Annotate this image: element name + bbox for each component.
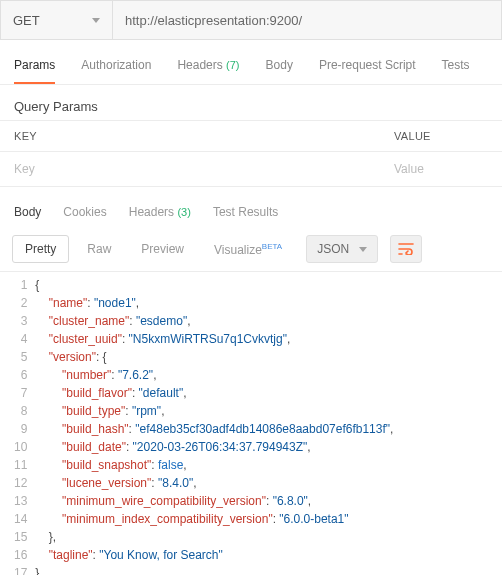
request-bar: GET http://elasticpresentation:9200/ xyxy=(0,0,502,40)
view-pretty[interactable]: Pretty xyxy=(12,235,69,263)
tab-headers[interactable]: Headers (7) xyxy=(177,58,239,84)
rtab-body[interactable]: Body xyxy=(14,205,41,219)
line-gutter: 1234567891011121314151617 xyxy=(0,272,35,575)
rtab-headers[interactable]: Headers (3) xyxy=(129,205,191,219)
chevron-down-icon xyxy=(359,247,367,252)
tab-authorization[interactable]: Authorization xyxy=(81,58,151,84)
rtab-test-results[interactable]: Test Results xyxy=(213,205,278,219)
tab-tests[interactable]: Tests xyxy=(442,58,470,84)
beta-badge: BETA xyxy=(262,242,282,251)
kv-row: Key Value xyxy=(0,152,502,187)
tab-prerequest[interactable]: Pre-request Script xyxy=(319,58,416,84)
url-input[interactable]: http://elasticpresentation:9200/ xyxy=(113,1,501,39)
kv-key-header: KEY xyxy=(0,121,380,151)
view-raw[interactable]: Raw xyxy=(75,236,123,262)
http-method-select[interactable]: GET xyxy=(1,1,113,39)
view-visualize[interactable]: VisualizeBETA xyxy=(202,236,294,263)
view-toolbar: Pretty Raw Preview VisualizeBETA JSON xyxy=(0,229,502,271)
wrap-lines-button[interactable] xyxy=(390,235,422,263)
response-headers-count-badge: (3) xyxy=(177,206,190,218)
tab-params[interactable]: Params xyxy=(14,58,55,84)
request-tabs: Params Authorization Headers (7) Body Pr… xyxy=(0,40,502,85)
kv-header: KEY VALUE xyxy=(0,120,502,152)
code-source[interactable]: { "name": "node1", "cluster_name": "esde… xyxy=(35,272,502,575)
http-method-value: GET xyxy=(13,13,40,28)
wrap-icon xyxy=(398,243,414,255)
kv-value-input[interactable]: Value xyxy=(380,152,502,186)
query-params-title: Query Params xyxy=(0,85,502,120)
view-preview[interactable]: Preview xyxy=(129,236,196,262)
tab-body[interactable]: Body xyxy=(266,58,293,84)
kv-value-header: VALUE xyxy=(380,121,502,151)
headers-count-badge: (7) xyxy=(226,59,239,71)
response-body: 1234567891011121314151617 { "name": "nod… xyxy=(0,271,502,575)
rtab-cookies[interactable]: Cookies xyxy=(63,205,106,219)
kv-key-input[interactable]: Key xyxy=(0,152,380,186)
chevron-down-icon xyxy=(92,18,100,23)
response-tabs: Body Cookies Headers (3) Test Results xyxy=(0,187,502,229)
format-select[interactable]: JSON xyxy=(306,235,378,263)
